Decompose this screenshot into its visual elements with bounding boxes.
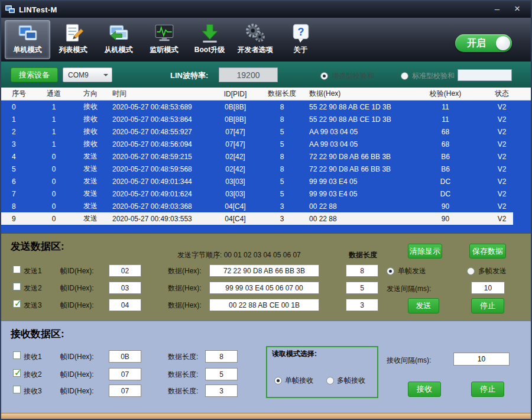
send2-length-input[interactable] (346, 282, 378, 294)
send2-label: 发送2 (24, 283, 42, 293)
power-toggle[interactable]: 开启 (455, 34, 512, 52)
tab-list-mode[interactable]: 列表模式 (50, 20, 96, 59)
receive2-checkbox[interactable] (13, 369, 21, 377)
tab-single-mode[interactable]: 单机模式 (5, 20, 50, 59)
send-button[interactable]: 发送 (408, 298, 439, 314)
power-toggle-label: 开启 (467, 37, 486, 50)
table-cell: 发送 (72, 201, 109, 211)
table-cell: 1 (35, 103, 72, 111)
table-row[interactable]: 70发送2020-05-27 00:49:01:62403[03]599 99 … (1, 188, 531, 200)
table-cell: B6 (418, 165, 473, 173)
receive-stop-button[interactable]: 停止 (471, 382, 504, 397)
com-port-select[interactable]: COM9 (63, 67, 112, 82)
table-cell: 0 (35, 202, 72, 211)
send-stop-button[interactable]: 停止 (471, 298, 504, 314)
table-cell: V2 (473, 128, 531, 136)
title-bar: LINTest-M – × (1, 1, 531, 18)
svg-text:?: ? (297, 26, 304, 38)
single-frame-send-radio[interactable]: 单帧发送 (387, 266, 426, 276)
send3-frame-id-input[interactable] (109, 299, 141, 311)
send1-checkbox[interactable] (13, 266, 21, 273)
table-row[interactable]: 50发送2020-05-27 00:48:59:56802[42]872 22 … (1, 163, 531, 175)
table-cell: 11 (418, 115, 473, 124)
tab-boot-upgrade[interactable]: Boot升级 (187, 20, 232, 59)
send3-checkbox[interactable] (13, 300, 21, 308)
single-frame-receive-radio[interactable]: 单帧接收 (274, 376, 313, 386)
receive-button[interactable]: 接收 (408, 382, 441, 397)
table-cell: 2020-05-27 00:48:53:864 (109, 115, 212, 124)
table-row[interactable]: 21接收2020-05-27 00:48:55:92707[47]5AA 99 … (1, 125, 531, 138)
receive-interval-label: 接收间隔(ms): (387, 356, 431, 366)
table-cell: 0B[8B] (212, 115, 258, 124)
send-data-area: 发送数据区: 发送字节顺序: 00 01 02 03 04 05 06 07 数… (1, 233, 531, 321)
table-row[interactable]: 31接收2020-05-27 00:48:56:09407[47]5AA 99 … (1, 138, 531, 150)
close-button[interactable]: × (507, 3, 527, 16)
send1-length-input[interactable] (346, 264, 378, 277)
send1-frame-id-input[interactable] (109, 264, 141, 277)
listen-mode-scope-icon (154, 22, 175, 44)
toggle-knob-icon (496, 36, 510, 50)
enhanced-checksum-radio[interactable]: 增强型校验和 (320, 71, 374, 81)
search-device-button[interactable]: 搜索设备 (11, 67, 58, 82)
receive1-frame-id-input[interactable] (109, 350, 141, 363)
standard-checksum-radio[interactable]: 标准型校验和 (401, 71, 455, 81)
frame-id-label: 帧ID(Hex): (60, 386, 94, 396)
tab-developer-options[interactable]: 开发者选项 (232, 20, 278, 59)
radio-icon (326, 377, 334, 385)
clear-display-button[interactable]: 清除显示 (408, 244, 442, 259)
table-cell: 55 22 90 88 AB CE 1D 3B (306, 115, 418, 124)
table-cell: 2020-05-27 00:49:01:624 (109, 190, 212, 198)
table-row[interactable]: 90发送2020-05-27 00:49:03:55304[C4]300 22 … (1, 212, 531, 225)
send2-checkbox[interactable] (13, 283, 21, 290)
table-cell: 72 22 90 D8 AB 66 BB 3B (306, 153, 418, 161)
tab-about[interactable]: ? 关于 (278, 20, 323, 59)
receive3-frame-id-input[interactable] (109, 385, 141, 397)
header-cell: 时间 (109, 89, 212, 99)
tab-listen-mode[interactable]: 监听模式 (141, 20, 187, 59)
about-question-icon: ? (290, 22, 312, 44)
send-interval-input[interactable] (471, 282, 505, 294)
header-cell: 数据(Hex) (306, 89, 418, 99)
send3-data-input[interactable] (209, 299, 319, 311)
multi-frame-send-radio[interactable]: 多帧发送 (467, 266, 507, 276)
send2-frame-id-input[interactable] (109, 282, 141, 294)
settings-right-input[interactable] (458, 69, 512, 81)
minimize-button[interactable]: – (487, 3, 507, 16)
table-cell: 2020-05-27 00:49:01:344 (109, 177, 212, 186)
receive1-length-input[interactable] (205, 350, 238, 363)
receive-interval-input[interactable] (453, 353, 510, 366)
receive2-length-input[interactable] (205, 368, 238, 380)
table-cell: 8 (258, 165, 306, 173)
receive2-frame-id-input[interactable] (109, 368, 141, 380)
table-row[interactable]: 11接收2020-05-27 00:48:53:8640B[8B]855 22 … (1, 113, 531, 125)
save-data-button[interactable]: 保存数据 (469, 244, 506, 259)
table-header: 序号 通道 方向 时间 ID[PID] 数据长度 数据(Hex) 校验(Hex)… (1, 88, 531, 101)
settings-bar: 搜索设备 COM9 LIN波特率: 增强型校验和 标准型校验和 (1, 62, 531, 88)
table-row[interactable]: 40发送2020-05-27 00:48:59:21502[42]872 22 … (1, 150, 531, 163)
frame-id-label: 帧ID(Hex): (60, 301, 94, 311)
receive1-checkbox[interactable] (13, 351, 21, 359)
table-cell: 90 (418, 202, 473, 211)
table-cell: 4 (1, 153, 35, 161)
baud-rate-input[interactable] (219, 67, 278, 82)
send-row-3: 发送3 帧ID(Hex): 数据(Hex): 发送 停止 (1, 298, 531, 312)
send3-length-input[interactable] (346, 299, 378, 311)
single-frame-send-label: 单帧发送 (398, 266, 426, 276)
receive3-length-input[interactable] (205, 385, 238, 397)
table-cell: 04[C4] (212, 215, 258, 223)
table-row[interactable]: 80发送2020-05-27 00:49:03:36804[C4]300 22 … (1, 200, 531, 212)
data-length-label: 数据长度: (168, 352, 198, 362)
table-row[interactable]: 01接收2020-05-27 00:48:53:6890B[8B]855 22 … (1, 101, 531, 113)
frame-id-label: 帧ID(Hex): (60, 283, 94, 293)
table-cell: 接收 (72, 102, 109, 112)
table-cell: 2020-05-27 00:48:53:689 (109, 103, 212, 111)
data-length-label: 数据长度: (168, 370, 198, 380)
tab-slave-mode[interactable]: 从机模式 (96, 20, 141, 59)
table-row[interactable]: 60发送2020-05-27 00:49:01:34403[03]599 99 … (1, 175, 531, 188)
send2-data-input[interactable] (209, 282, 319, 294)
receive3-checkbox[interactable] (13, 386, 21, 393)
multi-frame-receive-radio[interactable]: 多帧接收 (326, 376, 365, 386)
table-cell: V2 (473, 115, 531, 124)
send1-data-input[interactable] (209, 264, 319, 277)
send-row-1: 发送1 帧ID(Hex): 数据(Hex): 单帧发送 多帧发送 (1, 264, 531, 278)
